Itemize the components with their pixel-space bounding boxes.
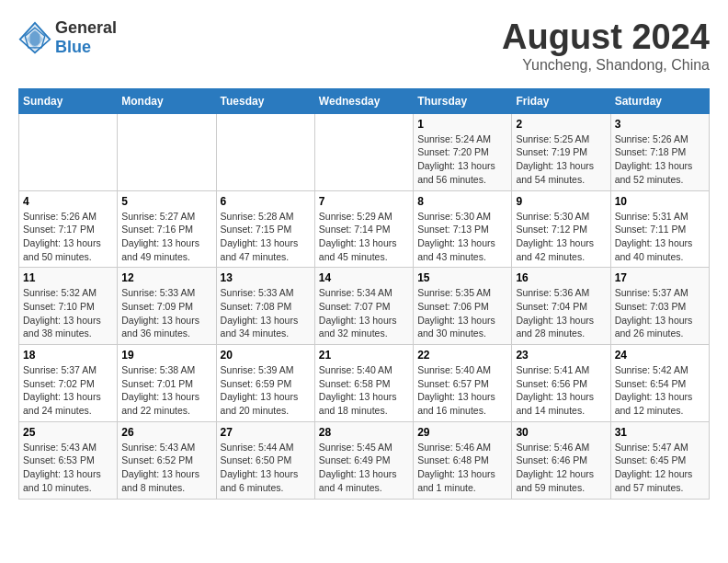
day-number: 18 — [23, 349, 113, 362]
day-number: 19 — [121, 349, 211, 362]
calendar-cell — [19, 113, 118, 190]
day-info: Sunrise: 5:47 AM Sunset: 6:45 PM Dayligh… — [615, 441, 705, 495]
day-number: 8 — [417, 195, 507, 208]
day-info: Sunrise: 5:25 AM Sunset: 7:19 PM Dayligh… — [516, 132, 606, 187]
calendar-row: 4Sunrise: 5:26 AM Sunset: 7:17 PM Daylig… — [19, 190, 710, 268]
day-number: 9 — [516, 195, 606, 208]
title-block: August 2024 Yuncheng, Shandong, China — [502, 18, 710, 74]
day-number: 31 — [615, 426, 705, 439]
calendar-cell: 29Sunrise: 5:46 AM Sunset: 6:48 PM Dayli… — [414, 421, 512, 499]
day-number: 20 — [221, 349, 311, 362]
calendar-cell: 18Sunrise: 5:37 AM Sunset: 7:02 PM Dayli… — [19, 345, 118, 422]
day-info: Sunrise: 5:31 AM Sunset: 7:11 PM Dayligh… — [615, 210, 705, 264]
day-info: Sunrise: 5:35 AM Sunset: 7:06 PM Dayligh… — [417, 286, 507, 340]
column-header-monday: Monday — [118, 88, 216, 113]
day-info: Sunrise: 5:39 AM Sunset: 6:59 PM Dayligh… — [221, 363, 311, 418]
calendar-cell: 6Sunrise: 5:28 AM Sunset: 7:15 PM Daylig… — [216, 190, 314, 268]
calendar-cell — [314, 113, 413, 190]
calendar-table: SundayMondayTuesdayWednesdayThursdayFrid… — [18, 88, 710, 500]
logo-text: General Blue — [55, 18, 117, 57]
day-info: Sunrise: 5:26 AM Sunset: 7:17 PM Dayligh… — [23, 210, 113, 264]
day-info: Sunrise: 5:30 AM Sunset: 7:12 PM Dayligh… — [516, 210, 606, 264]
calendar-row: 1Sunrise: 5:24 AM Sunset: 7:20 PM Daylig… — [19, 113, 710, 190]
calendar-cell: 8Sunrise: 5:30 AM Sunset: 7:13 PM Daylig… — [414, 190, 512, 268]
day-number: 29 — [417, 426, 507, 439]
logo-general: General — [55, 18, 117, 38]
day-number: 26 — [121, 426, 211, 439]
day-info: Sunrise: 5:27 AM Sunset: 7:16 PM Dayligh… — [121, 210, 211, 264]
day-info: Sunrise: 5:26 AM Sunset: 7:18 PM Dayligh… — [615, 132, 705, 187]
day-number: 6 — [221, 195, 311, 208]
calendar-cell: 10Sunrise: 5:31 AM Sunset: 7:11 PM Dayli… — [610, 190, 709, 268]
calendar-cell: 21Sunrise: 5:40 AM Sunset: 6:58 PM Dayli… — [314, 345, 413, 422]
day-number: 21 — [319, 349, 409, 362]
calendar-cell: 4Sunrise: 5:26 AM Sunset: 7:17 PM Daylig… — [19, 190, 118, 268]
calendar-cell: 19Sunrise: 5:38 AM Sunset: 7:01 PM Dayli… — [118, 345, 216, 422]
calendar-cell: 20Sunrise: 5:39 AM Sunset: 6:59 PM Dayli… — [216, 345, 314, 422]
day-info: Sunrise: 5:33 AM Sunset: 7:08 PM Dayligh… — [221, 286, 311, 340]
day-number: 7 — [319, 195, 409, 208]
column-header-thursday: Thursday — [414, 88, 512, 113]
column-header-saturday: Saturday — [610, 88, 709, 113]
calendar-cell: 15Sunrise: 5:35 AM Sunset: 7:06 PM Dayli… — [414, 268, 512, 345]
logo: General Blue — [18, 18, 117, 57]
subtitle: Yuncheng, Shandong, China — [502, 57, 710, 74]
day-info: Sunrise: 5:43 AM Sunset: 6:52 PM Dayligh… — [121, 441, 211, 495]
day-number: 25 — [23, 426, 113, 439]
calendar-cell — [216, 113, 314, 190]
calendar-cell: 17Sunrise: 5:37 AM Sunset: 7:03 PM Dayli… — [610, 268, 709, 345]
calendar-cell: 2Sunrise: 5:25 AM Sunset: 7:19 PM Daylig… — [512, 113, 610, 190]
day-info: Sunrise: 5:37 AM Sunset: 7:03 PM Dayligh… — [615, 286, 705, 340]
calendar-row: 18Sunrise: 5:37 AM Sunset: 7:02 PM Dayli… — [19, 345, 710, 422]
calendar-cell: 25Sunrise: 5:43 AM Sunset: 6:53 PM Dayli… — [19, 421, 118, 499]
day-number: 4 — [23, 195, 113, 208]
day-number: 11 — [23, 271, 113, 284]
day-info: Sunrise: 5:46 AM Sunset: 6:46 PM Dayligh… — [516, 441, 606, 495]
calendar-cell: 24Sunrise: 5:42 AM Sunset: 6:54 PM Dayli… — [610, 345, 709, 422]
day-number: 15 — [417, 271, 507, 284]
calendar-cell: 5Sunrise: 5:27 AM Sunset: 7:16 PM Daylig… — [118, 190, 216, 268]
logo-blue-text: Blue — [55, 38, 117, 57]
calendar-cell — [118, 113, 216, 190]
day-number: 23 — [516, 349, 606, 362]
calendar-body: 1Sunrise: 5:24 AM Sunset: 7:20 PM Daylig… — [19, 113, 710, 499]
calendar-cell: 1Sunrise: 5:24 AM Sunset: 7:20 PM Daylig… — [414, 113, 512, 190]
calendar-cell: 13Sunrise: 5:33 AM Sunset: 7:08 PM Dayli… — [216, 268, 314, 345]
day-info: Sunrise: 5:44 AM Sunset: 6:50 PM Dayligh… — [221, 441, 311, 495]
calendar-cell: 11Sunrise: 5:32 AM Sunset: 7:10 PM Dayli… — [19, 268, 118, 345]
calendar-cell: 14Sunrise: 5:34 AM Sunset: 7:07 PM Dayli… — [314, 268, 413, 345]
day-info: Sunrise: 5:42 AM Sunset: 6:54 PM Dayligh… — [615, 363, 705, 418]
calendar-cell: 23Sunrise: 5:41 AM Sunset: 6:56 PM Dayli… — [512, 345, 610, 422]
day-number: 10 — [615, 195, 705, 208]
calendar-cell: 26Sunrise: 5:43 AM Sunset: 6:52 PM Dayli… — [118, 421, 216, 499]
day-number: 14 — [319, 271, 409, 284]
day-info: Sunrise: 5:40 AM Sunset: 6:57 PM Dayligh… — [417, 363, 507, 418]
main-title: August 2024 — [502, 18, 710, 57]
day-number: 27 — [221, 426, 311, 439]
calendar-cell: 22Sunrise: 5:40 AM Sunset: 6:57 PM Dayli… — [414, 345, 512, 422]
calendar-cell: 7Sunrise: 5:29 AM Sunset: 7:14 PM Daylig… — [314, 190, 413, 268]
day-info: Sunrise: 5:46 AM Sunset: 6:48 PM Dayligh… — [417, 441, 507, 495]
calendar-header: SundayMondayTuesdayWednesdayThursdayFrid… — [19, 88, 710, 113]
day-number: 30 — [516, 426, 606, 439]
calendar-cell: 27Sunrise: 5:44 AM Sunset: 6:50 PM Dayli… — [216, 421, 314, 499]
day-info: Sunrise: 5:30 AM Sunset: 7:13 PM Dayligh… — [417, 210, 507, 264]
column-header-wednesday: Wednesday — [314, 88, 413, 113]
day-number: 12 — [121, 271, 211, 284]
day-number: 1 — [417, 118, 507, 131]
day-info: Sunrise: 5:34 AM Sunset: 7:07 PM Dayligh… — [319, 286, 409, 340]
day-info: Sunrise: 5:37 AM Sunset: 7:02 PM Dayligh… — [23, 363, 113, 418]
day-number: 5 — [121, 195, 211, 208]
calendar-cell: 3Sunrise: 5:26 AM Sunset: 7:18 PM Daylig… — [610, 113, 709, 190]
day-info: Sunrise: 5:40 AM Sunset: 6:58 PM Dayligh… — [319, 363, 409, 418]
logo-icon — [18, 21, 51, 54]
day-info: Sunrise: 5:24 AM Sunset: 7:20 PM Dayligh… — [417, 132, 507, 187]
day-info: Sunrise: 5:29 AM Sunset: 7:14 PM Dayligh… — [319, 210, 409, 264]
day-number: 16 — [516, 271, 606, 284]
day-info: Sunrise: 5:32 AM Sunset: 7:10 PM Dayligh… — [23, 286, 113, 340]
day-info: Sunrise: 5:41 AM Sunset: 6:56 PM Dayligh… — [516, 363, 606, 418]
calendar-cell: 30Sunrise: 5:46 AM Sunset: 6:46 PM Dayli… — [512, 421, 610, 499]
day-number: 17 — [615, 271, 705, 284]
day-number: 22 — [417, 349, 507, 362]
day-info: Sunrise: 5:45 AM Sunset: 6:49 PM Dayligh… — [319, 441, 409, 495]
